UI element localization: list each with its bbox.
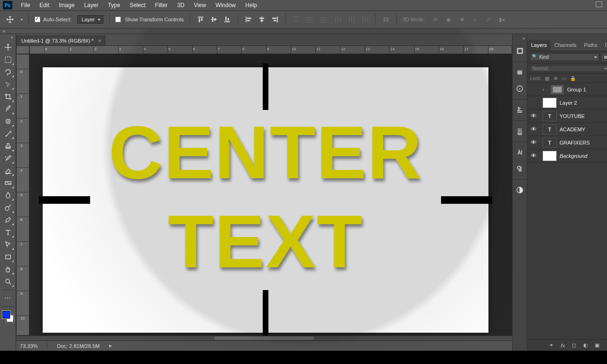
menu-edit[interactable]: Edit (35, 0, 54, 10)
tab-channels[interactable]: Channels (551, 40, 580, 51)
menu-3d[interactable]: 3D (172, 0, 189, 10)
layer-visibility-icon[interactable]: 👁 (527, 139, 540, 146)
eraser-tool[interactable] (2, 165, 14, 176)
layer-row[interactable]: 👁TYOUTUBE (527, 109, 607, 123)
layer-row[interactable]: 👁TGRAFIXERS (527, 136, 607, 149)
actions-panel-icon[interactable] (513, 103, 526, 117)
menu-type[interactable]: Type (103, 0, 125, 10)
shape-tool[interactable] (2, 251, 14, 263)
lock-artboard-icon[interactable]: ▭ (561, 75, 567, 81)
paragraph-panel-icon[interactable] (513, 162, 526, 175)
ruler-vertical[interactable]: 012345678910 (16, 54, 29, 336)
menu-image[interactable]: Image (54, 0, 79, 10)
3d-slide-icon[interactable]: ↔ (470, 15, 480, 24)
crop-tool[interactable] (2, 91, 14, 102)
auto-align-icon[interactable] (381, 15, 391, 24)
adjustments-panel-icon[interactable] (513, 183, 526, 197)
link-layers-icon[interactable]: ⚭ (548, 342, 555, 348)
layer-style-icon[interactable]: fx (560, 343, 566, 348)
3d-pan-icon[interactable]: ✥ (457, 15, 467, 24)
artboard[interactable]: CENTER TEXT (43, 67, 488, 333)
show-transform-check[interactable]: Show Transform Controls (115, 17, 184, 22)
3d-camera-icon[interactable]: ▮◂ (497, 15, 506, 24)
menu-select[interactable]: Select (125, 0, 150, 10)
edit-toolbar-icon[interactable]: ⋯ (2, 292, 14, 304)
layer-name-label[interactable]: Background (560, 153, 607, 159)
layer-row[interactable]: 👁TACADEMY (527, 123, 607, 136)
layer-visibility-icon[interactable]: 👁 (527, 99, 540, 106)
align-hcenter-icon[interactable] (257, 15, 267, 24)
layer-visibility-icon[interactable]: 👁 (527, 152, 540, 159)
lasso-tool[interactable] (2, 66, 14, 78)
menu-help[interactable]: Help (240, 0, 262, 10)
dodge-tool[interactable] (2, 202, 14, 213)
canvas-text-line2[interactable]: TEXT (43, 204, 488, 279)
layer-visibility-icon[interactable]: 👁 (527, 112, 540, 119)
layer-name-label[interactable]: Layer 2 (560, 100, 607, 106)
layer-thumbnail[interactable] (543, 98, 557, 108)
layer-row[interactable]: 👁›Group 1 (527, 83, 607, 96)
window-restore-icon[interactable] (596, 1, 602, 7)
layer-row[interactable]: 👁Layer 2 (527, 96, 607, 109)
tab-paths[interactable]: Paths (580, 40, 601, 51)
menu-layer[interactable]: Layer (79, 0, 103, 10)
status-flyout-icon[interactable]: ▶ (109, 344, 112, 348)
ruler-origin[interactable] (16, 46, 29, 54)
layer-name-label[interactable]: YOUTUBE (560, 113, 607, 119)
history-panel-icon[interactable] (513, 45, 526, 58)
type-tool[interactable] (2, 227, 14, 238)
distribute-left-icon[interactable] (333, 15, 343, 24)
layer-thumbnail[interactable] (550, 84, 564, 95)
menu-view[interactable]: View (189, 0, 211, 10)
chevron-icon[interactable]: « (3, 29, 5, 34)
layer-thumbnail[interactable]: T (543, 137, 557, 148)
layer-thumbnail[interactable]: T (543, 111, 557, 121)
color-swatches[interactable] (2, 310, 14, 323)
align-right-icon[interactable] (270, 15, 280, 24)
eyedropper-tool[interactable] (2, 103, 14, 115)
adjustment-layer-icon[interactable]: ◐ (582, 342, 589, 348)
path-select-tool[interactable] (2, 239, 14, 250)
pen-tool[interactable] (2, 214, 14, 226)
brushes-panel-icon[interactable] (513, 125, 526, 138)
menu-window[interactable]: Window (211, 0, 241, 10)
distribute-hcenter-icon[interactable] (347, 15, 356, 24)
info-panel-icon[interactable] (513, 82, 526, 95)
rail-expand-icon[interactable]: « (513, 36, 527, 42)
character-panel-icon[interactable] (513, 146, 526, 159)
align-vcenter-icon[interactable] (209, 15, 219, 24)
layer-name-label[interactable]: Group 1 (567, 87, 607, 92)
history-brush-tool[interactable] (2, 153, 14, 164)
layer-name-label[interactable]: GRAFIXERS (560, 140, 607, 146)
3d-orbit-icon[interactable]: ⟳ (431, 15, 440, 24)
distribute-right-icon[interactable] (360, 15, 369, 24)
3d-scale-icon[interactable]: ⤢ (484, 15, 493, 24)
lock-all-icon[interactable]: 🔒 (570, 75, 576, 81)
move-tool[interactable] (2, 42, 14, 53)
filter-pixellayer-icon[interactable]: ▦ (602, 54, 607, 61)
canvas-stage[interactable]: CENTER TEXT (29, 54, 512, 336)
horizontal-scrollbar[interactable] (16, 336, 512, 340)
layer-name-label[interactable]: ACADEMY (560, 127, 607, 132)
tab-layers[interactable]: Layers (527, 40, 551, 51)
layer-thumbnail[interactable] (543, 151, 557, 161)
blur-tool[interactable] (2, 190, 14, 201)
layer-expand-icon[interactable]: › (543, 87, 547, 92)
align-top-icon[interactable] (196, 15, 205, 24)
align-left-icon[interactable] (244, 15, 253, 24)
hand-tool[interactable] (2, 264, 14, 275)
quick-select-tool[interactable] (2, 79, 14, 90)
marquee-tool[interactable] (2, 54, 14, 65)
layer-filter-kind-dropdown[interactable]: Kind (530, 53, 599, 61)
foreground-color-swatch[interactable] (2, 311, 10, 318)
distribute-top-icon[interactable] (292, 15, 301, 24)
zoom-tool[interactable] (2, 276, 14, 287)
tab-color[interactable]: Color (601, 40, 607, 51)
status-zoom[interactable]: 73.33% (20, 343, 37, 349)
auto-select-check[interactable]: Auto-Select: (35, 17, 72, 22)
canvas-text-line1[interactable]: CENTER (43, 115, 488, 190)
menu-filter[interactable]: Filter (150, 0, 173, 10)
3d-roll-icon[interactable]: ◉ (444, 15, 453, 24)
stamp-tool[interactable] (2, 140, 14, 152)
distribute-bottom-icon[interactable] (318, 15, 328, 24)
